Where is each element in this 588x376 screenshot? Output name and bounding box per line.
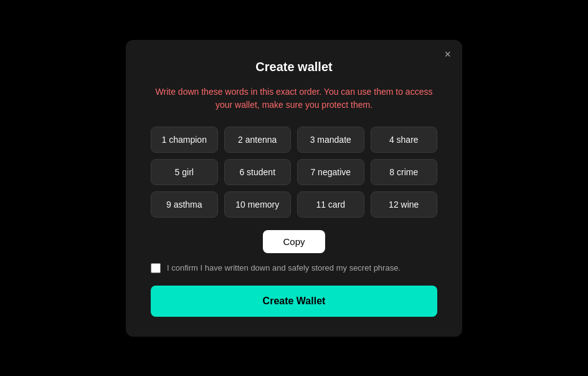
modal-description: Write down these words in this exact ord… <box>151 85 437 112</box>
create-wallet-button[interactable]: Create Wallet <box>151 286 437 317</box>
word-chip: 6 student <box>224 159 292 185</box>
close-button[interactable]: × <box>444 49 451 60</box>
modal-container: × Create wallet Write down these words i… <box>126 40 462 337</box>
word-chip: 7 negative <box>297 159 364 185</box>
word-chip: 10 memory <box>224 191 292 218</box>
modal-overlay: × Create wallet Write down these words i… <box>0 0 588 376</box>
confirm-checkbox[interactable] <box>151 263 161 273</box>
word-chip: 8 crime <box>371 159 438 185</box>
copy-button[interactable]: Copy <box>263 230 325 253</box>
word-chip: 2 antenna <box>224 127 292 153</box>
word-chip: 5 girl <box>151 159 218 185</box>
word-chip: 1 champion <box>151 127 218 153</box>
word-chip: 4 share <box>371 127 438 153</box>
word-chip: 11 card <box>297 191 364 218</box>
word-chip: 3 mandate <box>297 127 364 153</box>
copy-area: Copy <box>151 230 437 253</box>
confirm-label[interactable]: I confirm I have written down and safely… <box>167 263 401 272</box>
confirm-area: I confirm I have written down and safely… <box>151 263 437 273</box>
description-highlight: in this exact order <box>251 87 320 97</box>
modal-title: Create wallet <box>151 60 437 74</box>
word-chip: 12 wine <box>371 191 438 218</box>
description-text-plain: Write down these words <box>156 87 251 97</box>
word-chip: 9 asthma <box>151 191 218 218</box>
words-grid: 1 champion2 antenna3 mandate4 share5 gir… <box>151 127 437 218</box>
